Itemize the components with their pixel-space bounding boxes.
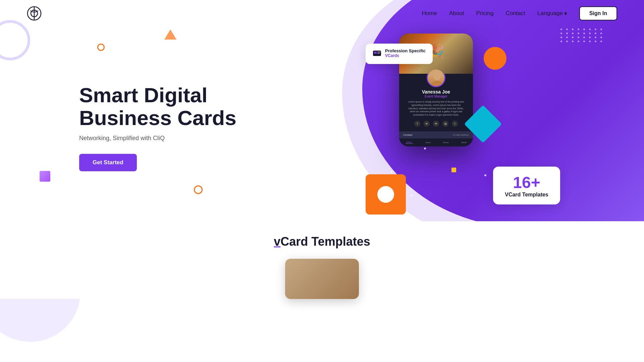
phone-tab-about: About bbox=[425, 141, 431, 143]
deco-orange-big-circle bbox=[484, 47, 506, 70]
contact-field-label: E-mail address bbox=[453, 134, 469, 136]
deco-orange-circle-bottom bbox=[194, 185, 203, 194]
nav-contact[interactable]: Contact bbox=[505, 10, 525, 17]
nav-links: Home About Pricing Contact Language ▾ Si… bbox=[422, 6, 617, 20]
deco-triangle-icon bbox=[164, 29, 176, 40]
orange-card-white-circle bbox=[377, 186, 394, 203]
instagram-icon: ig bbox=[442, 121, 448, 127]
phone-person-name: Vanessa Joe bbox=[422, 89, 450, 95]
card-preview-thumbnail bbox=[285, 259, 359, 299]
templates-count: 16+ bbox=[503, 173, 550, 192]
avatar bbox=[427, 68, 445, 87]
deco-white-dot-3 bbox=[390, 171, 392, 173]
section-title: vCard Templates bbox=[274, 235, 370, 249]
card-preview-area bbox=[0, 259, 644, 299]
get-started-button[interactable]: Get Started bbox=[79, 154, 137, 171]
hero-section: Smart Digital Business Cards Networking,… bbox=[0, 0, 644, 228]
deco-white-dot-4 bbox=[411, 194, 413, 196]
svg-rect-6 bbox=[377, 53, 380, 54]
whatsapp-icon: w bbox=[424, 121, 430, 127]
hero-subtitle: Networking, Simplified with CliQ bbox=[79, 135, 267, 142]
templates-label: VCard Templates bbox=[503, 192, 550, 198]
logo[interactable] bbox=[27, 6, 42, 21]
deco-white-dot-2 bbox=[484, 174, 486, 176]
phone-social-links: f w in ig t bbox=[414, 119, 458, 129]
badge-vcard-sub: VCards bbox=[385, 53, 426, 58]
phone-bottom-tabs: Home About Works Media bbox=[399, 138, 473, 146]
logo-icon bbox=[27, 6, 42, 21]
navbar: Home About Pricing Contact Language ▾ Si… bbox=[0, 0, 644, 27]
phone-person-role: Event Manager bbox=[425, 95, 447, 98]
phone-mockup-area: Profession Specific VCards bbox=[366, 34, 506, 208]
section-title-wrapper: vCard Templates bbox=[0, 235, 644, 249]
bottom-section: vCard Templates bbox=[0, 221, 644, 299]
deco-yellow-square bbox=[451, 168, 456, 172]
phone-tab-home: Home bbox=[406, 141, 413, 144]
phone-profile-section: Vanessa Joe Event Manager Lorem Ipsum is… bbox=[399, 74, 473, 131]
language-selector[interactable]: Language ▾ bbox=[537, 10, 567, 17]
twitter-icon: t bbox=[452, 121, 458, 127]
hero-title: Smart Digital Business Cards bbox=[79, 84, 267, 129]
svg-rect-5 bbox=[377, 52, 381, 52]
nav-home[interactable]: Home bbox=[422, 10, 437, 17]
section-title-v: v bbox=[274, 235, 280, 248]
section-title-main: Card Templates bbox=[280, 235, 370, 248]
deco-orange-circle bbox=[97, 44, 105, 51]
svg-point-8 bbox=[431, 81, 443, 87]
deco-dots-grid bbox=[560, 28, 604, 42]
phone-contact-bar: Contact E-mail address bbox=[399, 131, 473, 138]
hero-text-block: Smart Digital Business Cards Networking,… bbox=[79, 84, 267, 171]
avatar-svg bbox=[428, 69, 445, 87]
phone-description: Lorem Ipsum is simply dummy text of the … bbox=[405, 100, 468, 117]
nav-pricing[interactable]: Pricing bbox=[476, 10, 493, 17]
nav-about[interactable]: About bbox=[449, 10, 464, 17]
badge-vcard-title: Profession Specific bbox=[385, 48, 426, 53]
phone-tab-media: Media bbox=[461, 141, 467, 143]
orange-card bbox=[366, 174, 406, 215]
linkedin-icon: in bbox=[433, 121, 439, 127]
deco-white-dot-1 bbox=[424, 147, 426, 149]
avatar-image bbox=[428, 69, 444, 86]
facebook-icon: f bbox=[414, 121, 420, 127]
contact-label: Contact bbox=[403, 133, 413, 136]
sign-in-button[interactable]: Sign In bbox=[579, 6, 617, 20]
profession-badge: Profession Specific VCards bbox=[366, 44, 433, 64]
badge-vcard-icon bbox=[372, 49, 382, 58]
svg-rect-4 bbox=[374, 52, 377, 54]
templates-badge: 16+ VCard Templates bbox=[493, 167, 560, 204]
deco-purple-square bbox=[40, 171, 50, 182]
chevron-down-icon: ▾ bbox=[564, 10, 567, 17]
phone-tab-works: Works bbox=[443, 141, 449, 143]
svg-point-7 bbox=[433, 73, 441, 80]
